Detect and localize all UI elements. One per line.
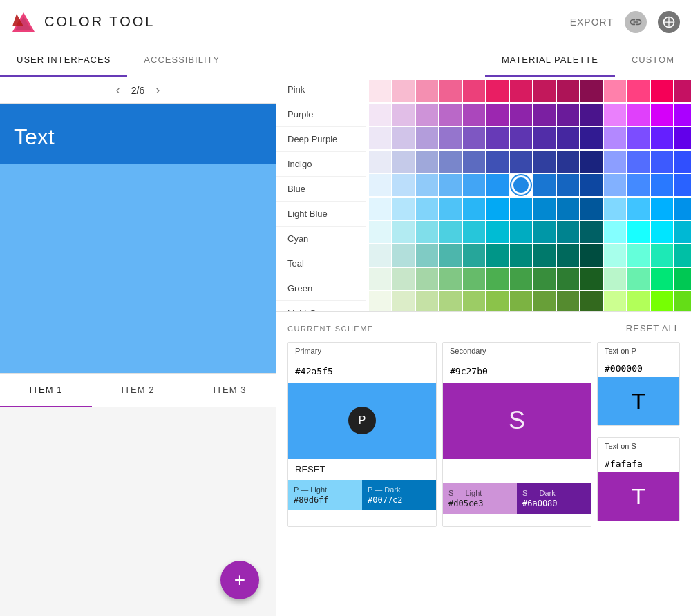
material-icon-button[interactable] bbox=[658, 11, 680, 33]
color-cell[interactable] bbox=[580, 221, 603, 243]
color-cell[interactable] bbox=[510, 244, 532, 267]
color-cell[interactable] bbox=[463, 268, 485, 290]
color-cell[interactable] bbox=[557, 291, 579, 311]
color-cell[interactable] bbox=[510, 104, 532, 126]
color-cell[interactable] bbox=[557, 268, 579, 290]
color-cell[interactable] bbox=[580, 127, 603, 149]
color-cell[interactable] bbox=[674, 268, 691, 290]
color-cell[interactable] bbox=[533, 221, 556, 243]
ui-tab-item-2[interactable]: ITEM 2 bbox=[92, 374, 184, 407]
color-cell[interactable] bbox=[580, 268, 603, 290]
color-cell[interactable] bbox=[627, 80, 650, 102]
color-cell[interactable] bbox=[557, 221, 579, 243]
color-cell[interactable] bbox=[627, 221, 650, 243]
color-cell[interactable] bbox=[463, 151, 485, 173]
color-cell[interactable] bbox=[463, 244, 485, 267]
reset-all-button[interactable]: RESET ALL bbox=[626, 323, 680, 334]
color-cell[interactable] bbox=[369, 80, 391, 102]
ui-tab-item-3[interactable]: ITEM 3 bbox=[184, 374, 276, 407]
primary-reset-label[interactable]: RESET bbox=[288, 459, 436, 480]
color-cell[interactable] bbox=[533, 151, 556, 173]
color-cell[interactable] bbox=[439, 174, 462, 196]
color-cell[interactable] bbox=[627, 174, 650, 196]
text-on-s-block[interactable]: T bbox=[598, 472, 679, 521]
color-cell[interactable] bbox=[533, 174, 556, 196]
color-cell[interactable] bbox=[627, 104, 650, 126]
color-cell[interactable] bbox=[651, 151, 673, 173]
color-cell[interactable] bbox=[580, 174, 603, 196]
color-cell[interactable] bbox=[557, 174, 579, 196]
color-cell[interactable] bbox=[627, 268, 650, 290]
color-cell[interactable] bbox=[627, 291, 650, 311]
color-cell[interactable] bbox=[627, 244, 650, 267]
secondary-dark-variant[interactable]: S — Dark #6a0080 bbox=[517, 483, 591, 514]
color-cell[interactable] bbox=[392, 174, 415, 196]
tab-custom[interactable]: CUSTOM bbox=[615, 44, 691, 77]
color-cell[interactable] bbox=[510, 127, 532, 149]
color-cell[interactable] bbox=[463, 104, 485, 126]
color-cell[interactable] bbox=[580, 151, 603, 173]
color-cell[interactable] bbox=[463, 198, 485, 220]
color-cell[interactable] bbox=[439, 127, 462, 149]
tab-user-interfaces[interactable]: USER INTERFACES bbox=[0, 44, 127, 77]
color-list-blue[interactable]: Blue bbox=[276, 177, 366, 202]
color-cell[interactable] bbox=[369, 151, 391, 173]
color-cell[interactable] bbox=[369, 268, 391, 290]
color-cell[interactable] bbox=[416, 221, 438, 243]
color-cell[interactable] bbox=[651, 291, 673, 311]
color-cell[interactable] bbox=[439, 198, 462, 220]
color-cell[interactable] bbox=[510, 221, 532, 243]
color-cell[interactable] bbox=[416, 244, 438, 267]
color-cell[interactable] bbox=[510, 268, 532, 290]
color-cell[interactable] bbox=[369, 127, 391, 149]
color-cell[interactable] bbox=[416, 198, 438, 220]
color-cell[interactable] bbox=[463, 291, 485, 311]
color-cell[interactable] bbox=[533, 291, 556, 311]
color-cell[interactable] bbox=[392, 221, 415, 243]
primary-light-variant[interactable]: P — Light #80d6ff bbox=[288, 480, 362, 510]
color-cell[interactable] bbox=[510, 291, 532, 311]
color-cell[interactable] bbox=[486, 104, 509, 126]
color-cell[interactable] bbox=[416, 127, 438, 149]
color-cell[interactable] bbox=[580, 244, 603, 267]
color-cell[interactable] bbox=[392, 127, 415, 149]
color-cell[interactable] bbox=[604, 127, 626, 149]
color-cell[interactable] bbox=[463, 80, 485, 102]
link-icon-button[interactable] bbox=[625, 11, 647, 33]
color-cell[interactable] bbox=[486, 291, 509, 311]
color-cell[interactable] bbox=[580, 291, 603, 311]
color-cell[interactable] bbox=[392, 198, 415, 220]
color-cell[interactable] bbox=[510, 80, 532, 102]
color-cell[interactable] bbox=[439, 104, 462, 126]
color-cell[interactable] bbox=[674, 80, 691, 102]
color-cell[interactable] bbox=[674, 151, 691, 173]
color-cell[interactable] bbox=[580, 198, 603, 220]
color-cell[interactable] bbox=[416, 268, 438, 290]
color-cell[interactable] bbox=[604, 151, 626, 173]
color-cell[interactable] bbox=[416, 80, 438, 102]
text-on-p-block[interactable]: T bbox=[598, 377, 679, 425]
color-cell[interactable] bbox=[580, 80, 603, 102]
color-cell[interactable] bbox=[533, 127, 556, 149]
color-cell[interactable] bbox=[439, 244, 462, 267]
color-cell[interactable] bbox=[439, 268, 462, 290]
color-cell[interactable] bbox=[604, 291, 626, 311]
color-cell[interactable] bbox=[486, 244, 509, 267]
color-cell[interactable] bbox=[486, 151, 509, 173]
color-list-light-blue[interactable]: Light Blue bbox=[276, 202, 366, 227]
color-cell[interactable] bbox=[392, 268, 415, 290]
color-list-green[interactable]: Green bbox=[276, 276, 366, 301]
color-cell[interactable] bbox=[416, 174, 438, 196]
color-cell[interactable] bbox=[604, 174, 626, 196]
color-cell[interactable] bbox=[651, 244, 673, 267]
color-cell[interactable] bbox=[651, 127, 673, 149]
color-cell[interactable] bbox=[604, 198, 626, 220]
color-cell[interactable] bbox=[674, 127, 691, 149]
color-cell[interactable] bbox=[674, 291, 691, 311]
color-cell[interactable] bbox=[557, 244, 579, 267]
color-cell[interactable] bbox=[651, 221, 673, 243]
color-list-indigo[interactable]: Indigo bbox=[276, 152, 366, 177]
color-cell[interactable] bbox=[510, 174, 532, 196]
color-cell[interactable] bbox=[651, 198, 673, 220]
color-cell[interactable] bbox=[533, 244, 556, 267]
